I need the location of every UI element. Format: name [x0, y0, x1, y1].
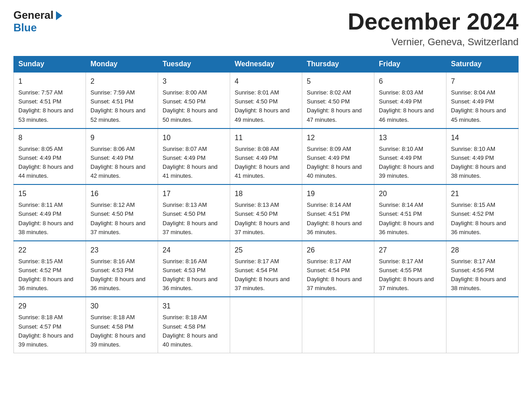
day-info: Sunrise: 8:12 AMSunset: 4:50 PMDaylight:…	[90, 201, 153, 237]
day-info: Sunrise: 8:03 AMSunset: 4:49 PMDaylight:…	[379, 88, 442, 124]
day-info: Sunrise: 8:01 AMSunset: 4:50 PMDaylight:…	[235, 88, 297, 124]
day-number: 24	[163, 245, 225, 256]
day-info: Sunrise: 8:07 AMSunset: 4:49 PMDaylight:…	[163, 145, 225, 181]
day-number: 5	[307, 76, 369, 87]
calendar-cell: 20Sunrise: 8:14 AMSunset: 4:51 PMDayligh…	[374, 184, 446, 241]
weekday-header-friday: Friday	[374, 56, 446, 73]
day-info: Sunrise: 8:04 AMSunset: 4:49 PMDaylight:…	[451, 88, 514, 124]
calendar-subtitle: Vernier, Geneva, Switzerland	[348, 36, 519, 48]
calendar-cell: 27Sunrise: 8:17 AMSunset: 4:55 PMDayligh…	[374, 241, 446, 297]
calendar-cell: 25Sunrise: 8:17 AMSunset: 4:54 PMDayligh…	[230, 241, 302, 297]
day-number: 31	[163, 301, 225, 312]
calendar-week-row: 15Sunrise: 8:11 AMSunset: 4:49 PMDayligh…	[14, 184, 519, 241]
logo-general-text: General	[13, 9, 53, 21]
day-info: Sunrise: 8:17 AMSunset: 4:55 PMDaylight:…	[379, 257, 442, 293]
calendar-cell: 11Sunrise: 8:08 AMSunset: 4:49 PMDayligh…	[230, 128, 302, 185]
calendar-cell: 31Sunrise: 8:18 AMSunset: 4:58 PMDayligh…	[158, 297, 230, 353]
day-number: 21	[451, 188, 514, 199]
day-number: 23	[90, 245, 153, 256]
day-number: 20	[379, 188, 442, 199]
day-number: 4	[235, 76, 297, 87]
calendar-cell: 26Sunrise: 8:17 AMSunset: 4:54 PMDayligh…	[302, 241, 374, 297]
calendar-cell: 5Sunrise: 8:02 AMSunset: 4:50 PMDaylight…	[302, 72, 374, 128]
day-number: 17	[163, 188, 225, 199]
calendar-cell: 2Sunrise: 7:59 AMSunset: 4:51 PMDaylight…	[86, 72, 158, 128]
calendar-cell	[230, 297, 302, 353]
day-info: Sunrise: 8:05 AMSunset: 4:49 PMDaylight:…	[18, 145, 81, 181]
day-info: Sunrise: 8:10 AMSunset: 4:49 PMDaylight:…	[451, 145, 514, 181]
day-number: 11	[235, 133, 297, 143]
day-info: Sunrise: 8:13 AMSunset: 4:50 PMDaylight:…	[235, 201, 297, 237]
day-number: 28	[451, 245, 514, 256]
calendar-cell: 22Sunrise: 8:15 AMSunset: 4:52 PMDayligh…	[14, 241, 86, 297]
day-number: 1	[18, 76, 81, 87]
day-number: 29	[18, 301, 81, 312]
calendar-cell	[446, 297, 519, 353]
calendar-week-row: 1Sunrise: 7:57 AMSunset: 4:51 PMDaylight…	[14, 72, 519, 128]
calendar-cell: 4Sunrise: 8:01 AMSunset: 4:50 PMDaylight…	[230, 72, 302, 128]
day-info: Sunrise: 8:09 AMSunset: 4:49 PMDaylight:…	[307, 145, 369, 181]
day-number: 16	[90, 188, 153, 199]
day-number: 22	[18, 245, 81, 256]
calendar-cell: 28Sunrise: 8:17 AMSunset: 4:56 PMDayligh…	[446, 241, 519, 297]
day-number: 2	[90, 76, 153, 87]
calendar-cell: 17Sunrise: 8:13 AMSunset: 4:50 PMDayligh…	[158, 184, 230, 241]
day-number: 30	[90, 301, 153, 312]
calendar-week-row: 22Sunrise: 8:15 AMSunset: 4:52 PMDayligh…	[14, 241, 519, 297]
logo: General Blue	[13, 9, 62, 34]
day-info: Sunrise: 8:18 AMSunset: 4:58 PMDaylight:…	[163, 313, 225, 349]
calendar-cell: 1Sunrise: 7:57 AMSunset: 4:51 PMDaylight…	[14, 72, 86, 128]
calendar-body: 1Sunrise: 7:57 AMSunset: 4:51 PMDaylight…	[14, 72, 519, 353]
day-info: Sunrise: 8:17 AMSunset: 4:54 PMDaylight:…	[307, 257, 369, 293]
calendar-cell: 18Sunrise: 8:13 AMSunset: 4:50 PMDayligh…	[230, 184, 302, 241]
day-info: Sunrise: 8:08 AMSunset: 4:49 PMDaylight:…	[235, 145, 297, 181]
day-info: Sunrise: 8:15 AMSunset: 4:52 PMDaylight:…	[451, 201, 514, 237]
weekday-header-wednesday: Wednesday	[230, 56, 302, 73]
day-number: 6	[379, 76, 442, 87]
day-number: 27	[379, 245, 442, 256]
day-info: Sunrise: 8:14 AMSunset: 4:51 PMDaylight:…	[307, 201, 369, 237]
day-number: 15	[18, 188, 81, 199]
calendar-header: SundayMondayTuesdayWednesdayThursdayFrid…	[14, 56, 519, 73]
day-info: Sunrise: 8:16 AMSunset: 4:53 PMDaylight:…	[90, 257, 153, 293]
day-number: 3	[163, 76, 225, 87]
day-number: 9	[90, 133, 153, 143]
calendar-cell: 30Sunrise: 8:18 AMSunset: 4:58 PMDayligh…	[86, 297, 158, 353]
title-block: December 2024 Vernier, Geneva, Switzerla…	[348, 9, 519, 48]
calendar-cell: 29Sunrise: 8:18 AMSunset: 4:57 PMDayligh…	[14, 297, 86, 353]
calendar-cell: 19Sunrise: 8:14 AMSunset: 4:51 PMDayligh…	[302, 184, 374, 241]
calendar-table: SundayMondayTuesdayWednesdayThursdayFrid…	[13, 56, 519, 353]
calendar-cell	[374, 297, 446, 353]
day-number: 14	[451, 133, 514, 143]
calendar-cell: 24Sunrise: 8:16 AMSunset: 4:53 PMDayligh…	[158, 241, 230, 297]
logo-arrow-icon	[56, 11, 62, 20]
day-number: 26	[307, 245, 369, 256]
day-info: Sunrise: 7:59 AMSunset: 4:51 PMDaylight:…	[90, 88, 153, 124]
day-info: Sunrise: 8:16 AMSunset: 4:53 PMDaylight:…	[163, 257, 225, 293]
calendar-title: December 2024	[348, 9, 519, 34]
day-number: 18	[235, 188, 297, 199]
weekday-header-monday: Monday	[86, 56, 158, 73]
weekday-header-tuesday: Tuesday	[158, 56, 230, 73]
day-info: Sunrise: 8:11 AMSunset: 4:49 PMDaylight:…	[18, 201, 81, 237]
weekday-header-thursday: Thursday	[302, 56, 374, 73]
calendar-cell	[302, 297, 374, 353]
day-info: Sunrise: 8:18 AMSunset: 4:58 PMDaylight:…	[90, 313, 153, 349]
day-info: Sunrise: 8:14 AMSunset: 4:51 PMDaylight:…	[379, 201, 442, 237]
calendar-week-row: 8Sunrise: 8:05 AMSunset: 4:49 PMDaylight…	[14, 128, 519, 185]
day-info: Sunrise: 8:10 AMSunset: 4:49 PMDaylight:…	[379, 145, 442, 181]
calendar-week-row: 29Sunrise: 8:18 AMSunset: 4:57 PMDayligh…	[14, 297, 519, 353]
day-number: 25	[235, 245, 297, 256]
day-number: 10	[163, 133, 225, 143]
day-info: Sunrise: 8:17 AMSunset: 4:54 PMDaylight:…	[235, 257, 297, 293]
calendar-cell: 13Sunrise: 8:10 AMSunset: 4:49 PMDayligh…	[374, 128, 446, 185]
day-number: 8	[18, 133, 81, 143]
day-number: 13	[379, 133, 442, 143]
weekday-header-row: SundayMondayTuesdayWednesdayThursdayFrid…	[14, 56, 519, 73]
calendar-cell: 3Sunrise: 8:00 AMSunset: 4:50 PMDaylight…	[158, 72, 230, 128]
day-info: Sunrise: 8:02 AMSunset: 4:50 PMDaylight:…	[307, 88, 369, 124]
page-header: General Blue December 2024 Vernier, Gene…	[13, 9, 519, 48]
calendar-cell: 6Sunrise: 8:03 AMSunset: 4:49 PMDaylight…	[374, 72, 446, 128]
day-info: Sunrise: 7:57 AMSunset: 4:51 PMDaylight:…	[18, 88, 81, 124]
day-info: Sunrise: 8:17 AMSunset: 4:56 PMDaylight:…	[451, 257, 514, 293]
